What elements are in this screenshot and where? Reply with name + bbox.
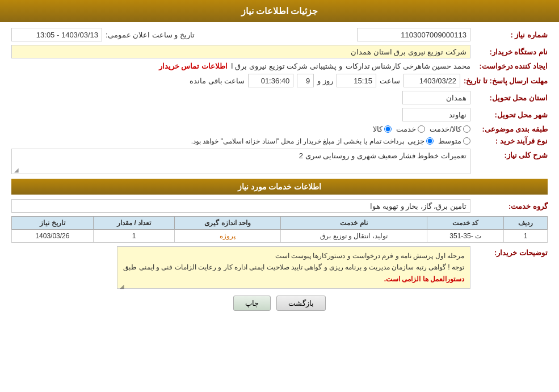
resize-handle-notes[interactable]: ◢	[119, 281, 124, 287]
table-cell-row: 1	[504, 230, 548, 243]
radio-kala[interactable]	[384, 125, 392, 133]
deadline-remaining: 01:36:40	[248, 74, 293, 87]
print-button[interactable]: چاپ	[233, 296, 271, 311]
city-label: شهر محل تحویل:	[474, 111, 548, 119]
table-cell-qty: 1	[93, 230, 175, 243]
service-group-value: تامین برق، گاز، بخار و تهویه هوا	[11, 199, 470, 213]
col-header-code: کد خدمت	[427, 217, 504, 230]
buyer-org-label: نام دستگاه خریدار:	[474, 48, 548, 56]
services-table-container: ردیف کد خدمت نام خدمت واحد اندازه گیری ت…	[11, 216, 548, 243]
row-province: استان محل تحویل: همدان	[11, 91, 548, 104]
back-button[interactable]: بازگشت	[276, 296, 326, 311]
services-table: ردیف کد خدمت نام خدمت واحد اندازه گیری ت…	[11, 216, 548, 243]
province-value: همدان	[402, 91, 470, 104]
requester-label: ایجاد کننده درخواست:	[474, 62, 548, 70]
table-cell-code: ت -35-351	[427, 230, 504, 243]
row-category: طبقه بندی موضوعی: کالا/خدمت خدمت کالا	[11, 125, 548, 133]
table-cell-date: 1403/03/26	[12, 230, 94, 243]
category-option-kala-khadamat: کالا/خدمت	[430, 125, 470, 133]
purchase-suffix: پرداخت تمام یا بخشی از مبلغ خریدار از مح…	[191, 137, 404, 145]
purchase-option-motavasset: متوسط	[438, 137, 470, 145]
row-buyer-org: نام دستگاه خریدار: شرکت توزیع نیروی برق …	[11, 45, 548, 58]
deadline-time-label: ساعت	[380, 77, 400, 85]
need-desc-box: تعمیرات خطوط فشار ضعیف شهری و روستایی سر…	[11, 149, 470, 174]
buyer-org-value: شرکت توزیع نیروی برق استان همدان	[11, 45, 470, 58]
row-deadline: مهلت ارسال پاسخ: تا تاریخ: 1403/03/22 سا…	[11, 74, 548, 87]
table-row: 1ت -35-351تولید، انتقال و توزیع برقپروژه…	[12, 230, 548, 243]
row-notes: توضیحات خریدار: مرحله اول پرسش نامه و فر…	[11, 246, 548, 289]
deadline-days: 9	[297, 74, 314, 87]
deadline-days-label: روز و	[317, 77, 333, 85]
purchase-type-label: نوع فرآیند خرید :	[474, 137, 548, 145]
deadline-date: 1403/03/22	[404, 74, 460, 87]
notes-line2: توجه ! گواهی رتبه سازمان مدیریت و برنامه…	[123, 262, 464, 273]
col-header-row: ردیف	[504, 217, 548, 230]
purchase-radio-group: متوسط جزیی	[407, 137, 470, 145]
page-wrapper: جزئیات اطلاعات نیاز شماره نیاز : 1103007…	[0, 0, 559, 392]
category-label: طبقه بندی موضوعی:	[474, 125, 548, 133]
contact-link[interactable]: اطلاعات تماس خریدار	[159, 62, 228, 70]
button-row: بازگشت چاپ	[11, 296, 548, 311]
deadline-label: مهلت ارسال پاسخ: تا تاریخ:	[464, 77, 548, 85]
notes-box: مرحله اول پرسش نامه و فرم درخواست و دستو…	[117, 246, 470, 289]
radio-kala-khadamat[interactable]	[463, 125, 470, 133]
need-number-label: شماره نیاز :	[474, 31, 548, 39]
row-need-number: شماره نیاز : 1103007009000113 تاریخ و سا…	[11, 28, 548, 41]
notes-line3: دستورالعمل ها الزامی است.	[123, 273, 464, 285]
radio-motavasset[interactable]	[463, 137, 470, 145]
category-option-kala: کالا	[373, 125, 392, 133]
table-cell-unit: پروژه	[175, 230, 280, 243]
notes-label: توضیحات خریدار:	[474, 246, 548, 257]
city-value: نهاوند	[402, 108, 470, 121]
row-need-desc: شرح کلی نیاز: تعمیرات خطوط فشار ضعیف شهر…	[11, 149, 548, 174]
deadline-remaining-label: ساعت باقی مانده	[190, 77, 245, 85]
notes-line1: مرحله اول پرسش نامه و فرم درخواست و دستو…	[123, 250, 464, 262]
service-group-label: گروه خدمت:	[474, 202, 548, 210]
radio-khadamat[interactable]	[418, 125, 425, 133]
page-header: جزئیات اطلاعات نیاز	[0, 0, 559, 22]
category-option-khadamat: خدمت	[396, 125, 425, 133]
services-section-header: اطلاعات خدمات مورد نیاز	[11, 179, 548, 195]
radio-jozyi[interactable]	[426, 137, 434, 145]
col-header-date: تاریخ نیاز	[12, 217, 94, 230]
province-label: استان محل تحویل:	[474, 94, 548, 102]
purchase-option-jozyi: جزیی	[407, 137, 434, 145]
col-header-name: نام خدمت	[280, 217, 427, 230]
col-header-unit: واحد اندازه گیری	[175, 217, 280, 230]
table-cell-name: تولید، انتقال و توزیع برق	[280, 230, 427, 243]
category-radio-group: کالا/خدمت خدمت کالا	[373, 125, 470, 133]
table-header-row: ردیف کد خدمت نام خدمت واحد اندازه گیری ت…	[12, 217, 548, 230]
need-desc-label: شرح کلی نیاز:	[474, 149, 548, 159]
content-area: شماره نیاز : 1103007009000113 تاریخ و سا…	[0, 22, 559, 323]
resize-handle-need[interactable]: ◢	[13, 167, 19, 172]
row-service-group: گروه خدمت: تامین برق، گاز، بخار و تهویه …	[11, 199, 548, 213]
row-city: شهر محل تحویل: نهاوند	[11, 108, 548, 121]
announce-label: تاریخ و ساعت اعلان عمومی:	[106, 31, 195, 39]
page-title: جزئیات اطلاعات نیاز	[241, 6, 318, 16]
deadline-time: 15:15	[337, 74, 376, 87]
requester-value: محمد حسین شاهرخی کارشناس تدارکات	[346, 62, 470, 70]
col-header-qty: تعداد / مقدار	[93, 217, 175, 230]
requester-suffix: و پشتیبانی شرکت توزیع نیروی برق ا	[231, 62, 342, 70]
announce-value: 1403/03/13 - 13:05	[11, 28, 102, 41]
need-desc-value: تعمیرات خطوط فشار ضعیف شهری و روستایی سر…	[299, 151, 466, 160]
row-requester: ایجاد کننده درخواست: محمد حسین شاهرخی کا…	[11, 62, 548, 70]
row-purchase-type: نوع فرآیند خرید : متوسط جزیی پرداخت تمام…	[11, 137, 548, 145]
need-number-value: 1103007009000113	[357, 28, 470, 41]
